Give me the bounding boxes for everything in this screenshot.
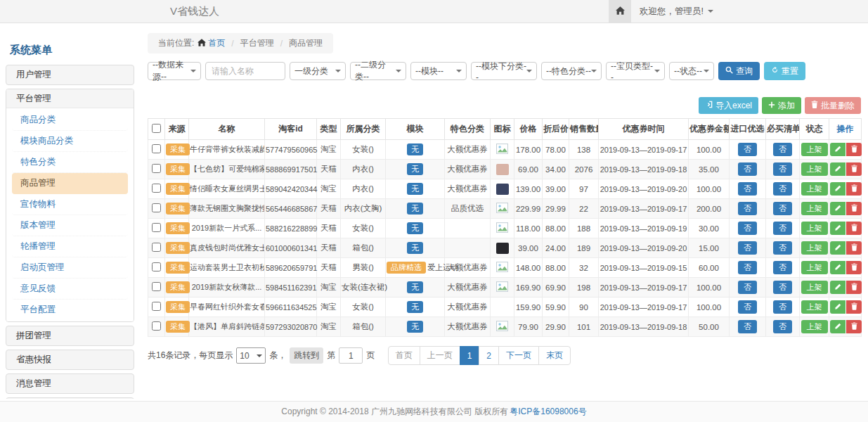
sidebar-section[interactable]: 省惠快报 [6, 350, 134, 370]
delete-button[interactable] [846, 281, 862, 294]
filter-select[interactable]: --数据来源-- [148, 62, 201, 80]
import-excel-button[interactable]: 导入excel [699, 97, 758, 114]
must-buy-toggle[interactable]: 否 [773, 182, 792, 195]
reset-button[interactable]: 重置 [764, 62, 805, 80]
sidebar-subitem-active[interactable]: 商品管理 [12, 173, 128, 194]
row-checkbox[interactable] [152, 223, 161, 232]
sidebar-subitem[interactable]: 宣传物料 [12, 194, 128, 215]
must-buy-toggle[interactable]: 否 [773, 261, 792, 274]
status-toggle[interactable]: 上架 [801, 300, 828, 313]
sidebar-subitem[interactable]: 特色分类 [12, 152, 128, 173]
import-select-toggle[interactable]: 否 [738, 162, 757, 175]
status-toggle[interactable]: 上架 [801, 320, 828, 333]
sidebar-subitem[interactable]: 意见反馈 [12, 279, 128, 300]
edit-button[interactable] [830, 162, 846, 176]
filter-select[interactable]: --状态-- [669, 62, 714, 80]
status-toggle[interactable]: 上架 [801, 143, 828, 155]
sidebar-section-users[interactable]: 用户管理 [6, 65, 134, 85]
import-select-toggle[interactable]: 否 [738, 143, 757, 155]
pager-page-2[interactable]: 2 [479, 346, 499, 365]
edit-button[interactable] [830, 281, 846, 294]
per-page-select[interactable]: 10 [236, 347, 266, 364]
select-all-checkbox[interactable] [152, 124, 161, 133]
edit-button[interactable] [830, 320, 846, 333]
row-checkbox[interactable] [152, 184, 161, 193]
row-checkbox[interactable] [152, 243, 161, 252]
filter-select[interactable]: --模块-- [410, 62, 467, 80]
delete-button[interactable] [846, 261, 862, 274]
jump-button[interactable]: 跳转到 [290, 347, 323, 364]
sidebar-section[interactable]: 消息管理 [6, 373, 134, 394]
pager-next[interactable]: 下一页 [498, 346, 539, 365]
row-checkbox[interactable] [152, 203, 161, 212]
edit-button[interactable] [830, 182, 846, 196]
import-select-toggle[interactable]: 否 [738, 281, 757, 293]
filter-select[interactable]: --宝贝类型-- [606, 62, 665, 80]
status-toggle[interactable]: 上架 [801, 222, 828, 234]
add-button[interactable]: 添加 [762, 97, 801, 114]
must-buy-toggle[interactable]: 否 [773, 202, 792, 215]
sidebar-subitem[interactable]: 启动页管理 [12, 257, 128, 279]
must-buy-toggle[interactable]: 否 [773, 320, 792, 333]
row-checkbox[interactable] [152, 144, 161, 153]
import-select-toggle[interactable]: 否 [738, 182, 757, 195]
sidebar-section[interactable]: 订单管理 [6, 397, 134, 399]
sidebar-section-platform[interactable]: 平台管理 商品分类模块商品分类特色分类商品管理宣传物料版本管理轮播管理启动页管理… [6, 89, 134, 322]
row-checkbox[interactable] [152, 321, 161, 331]
status-toggle[interactable]: 上架 [801, 162, 828, 175]
query-button[interactable]: 查询 [718, 62, 760, 80]
filter-select[interactable]: 一级分类 [290, 62, 346, 80]
import-select-toggle[interactable]: 否 [738, 202, 757, 215]
breadcrumb-home-link[interactable]: 首页 [197, 37, 225, 49]
status-toggle[interactable]: 上架 [801, 202, 828, 215]
pager-last[interactable]: 末页 [538, 346, 571, 365]
edit-button[interactable] [830, 202, 846, 215]
sidebar-subitem[interactable]: 轮播管理 [12, 236, 128, 257]
edit-button[interactable] [830, 241, 846, 255]
filter-select[interactable]: --模块下分类-- [471, 62, 537, 80]
home-button[interactable] [609, 0, 631, 23]
sidebar-section[interactable]: 拼团管理 [6, 326, 134, 346]
name-search-input[interactable] [205, 62, 285, 80]
status-toggle[interactable]: 上架 [801, 261, 828, 274]
delete-button[interactable] [846, 202, 862, 215]
row-checkbox[interactable] [152, 302, 161, 311]
must-buy-toggle[interactable]: 否 [773, 222, 792, 234]
edit-button[interactable] [830, 222, 846, 235]
import-select-toggle[interactable]: 否 [738, 300, 757, 313]
pager-page-1[interactable]: 1 [460, 346, 480, 365]
pager-first[interactable]: 首页 [388, 346, 420, 365]
delete-button[interactable] [846, 143, 862, 156]
delete-button[interactable] [846, 162, 862, 176]
import-select-toggle[interactable]: 否 [738, 222, 757, 234]
edit-button[interactable] [830, 300, 846, 314]
edit-button[interactable] [830, 143, 846, 156]
sidebar-subitem[interactable]: 平台配置 [12, 300, 128, 320]
delete-button[interactable] [846, 222, 862, 235]
icp-link[interactable]: 粤ICP备16098006号 [510, 406, 586, 418]
import-select-toggle[interactable]: 否 [738, 241, 757, 254]
filter-select[interactable]: --二级分类-- [350, 62, 406, 80]
filter-select[interactable]: --特色分类-- [541, 62, 602, 80]
edit-button[interactable] [830, 261, 846, 274]
delete-button[interactable] [846, 320, 862, 333]
user-menu[interactable]: 欢迎您，管理员! [631, 0, 722, 23]
must-buy-toggle[interactable]: 否 [773, 143, 792, 155]
must-buy-toggle[interactable]: 否 [773, 162, 792, 175]
delete-button[interactable] [846, 182, 862, 196]
status-toggle[interactable]: 上架 [801, 182, 828, 195]
page-number-input[interactable] [339, 347, 363, 364]
sidebar-subitem[interactable]: 版本管理 [12, 215, 128, 236]
sidebar-subitem[interactable]: 商品分类 [12, 110, 128, 131]
pager-prev[interactable]: 上一页 [420, 346, 460, 365]
import-select-toggle[interactable]: 否 [738, 320, 757, 333]
must-buy-toggle[interactable]: 否 [773, 281, 792, 293]
must-buy-toggle[interactable]: 否 [773, 241, 792, 254]
must-buy-toggle[interactable]: 否 [773, 300, 792, 313]
delete-button[interactable] [846, 241, 862, 255]
row-checkbox[interactable] [152, 164, 161, 173]
delete-button[interactable] [846, 300, 862, 314]
import-select-toggle[interactable]: 否 [738, 261, 757, 274]
row-checkbox[interactable] [152, 282, 161, 291]
sidebar-subitem[interactable]: 模块商品分类 [12, 131, 128, 152]
